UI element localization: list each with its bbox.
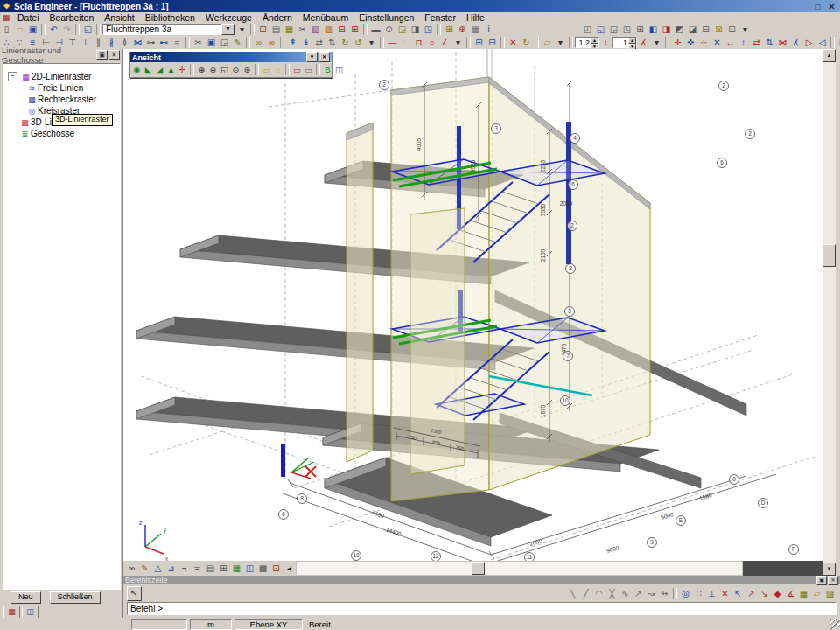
section-display-icon[interactable]: ¬: [178, 563, 191, 574]
workplane-cell[interactable]: Ebene XY: [234, 619, 303, 630]
tab-raster-icon[interactable]: ▦: [4, 606, 20, 619]
combo-more-icon[interactable]: ▾: [235, 24, 248, 35]
open-icon[interactable]: ▱: [13, 24, 26, 35]
endpoint-snap-icon[interactable]: ↖: [732, 588, 745, 599]
undo-icon[interactable]: ↶: [47, 24, 60, 35]
menu-datei[interactable]: Datei: [12, 12, 45, 23]
split-beam-icon[interactable]: ⊹: [697, 37, 710, 48]
ansicht-icons[interactable]: ◉◣◢▲✛⊕⊖◱⊙⊛▱☼▭▭B◫: [130, 62, 332, 76]
scale-apply-icon[interactable]: ↕: [599, 37, 612, 48]
move-node-icon[interactable]: ✛: [671, 37, 684, 48]
clipping-box-icon[interactable]: ▱: [261, 64, 272, 75]
search-icon[interactable]: ∞: [252, 37, 265, 48]
axes-icon[interactable]: ✛: [177, 64, 188, 75]
cut-icon[interactable]: ✂: [192, 37, 205, 48]
spinner-arrows[interactable]: ▲▼: [628, 38, 636, 47]
view-right-icon[interactable]: ◩: [673, 24, 686, 35]
paste-geometry-icon[interactable]: ⊟: [486, 37, 499, 48]
disconnect-icon[interactable]: ↔: [724, 37, 737, 48]
info-icon[interactable]: i: [482, 24, 495, 35]
tree-item-freie-linien[interactable]: ≋ Freie Linien: [4, 82, 120, 94]
render-window-icon[interactable]: ◫: [333, 64, 345, 75]
midpoint-snap-icon[interactable]: ↗: [745, 588, 758, 599]
render-b-icon[interactable]: B: [322, 64, 333, 75]
ansicht-floating-toolbar[interactable]: Ansicht ▼ ✕ ◉◣◢▲✛⊕⊖◱⊙⊛▱☼▭▭B◫: [130, 52, 332, 78]
chevron-down-icon[interactable]: ▼: [306, 52, 318, 62]
combobox-dropdown-icon[interactable]: ▼: [221, 24, 234, 35]
window-controls[interactable]: _□✕: [797, 1, 838, 12]
snap-more-icon[interactable]: ▨: [823, 588, 836, 599]
raster-display-icon[interactable]: ▦: [230, 563, 243, 574]
draw-more-icon[interactable]: ▾: [452, 37, 465, 48]
file-tool-group[interactable]: ▯▱▣↶↷◱: [0, 24, 102, 35]
break-icon[interactable]: ⇅: [763, 37, 776, 48]
menu-menuebaum[interactable]: Menübaum: [298, 12, 354, 23]
regen-icon[interactable]: ↻: [520, 37, 533, 48]
picture-gallery-icon[interactable]: ▦: [283, 24, 296, 35]
copy-geometry-icon[interactable]: ⊞: [472, 37, 486, 48]
layout-icon[interactable]: ⊞: [348, 24, 361, 35]
load-display-icon[interactable]: ≍: [191, 563, 204, 574]
view-settings-icon[interactable]: ▭: [291, 64, 303, 75]
snap-settings-icon[interactable]: ▱: [810, 588, 823, 599]
view-param-toolbar[interactable]: ∞✎△⊿¬≍▤⊞▦◫▩⊡◂: [123, 563, 296, 574]
horizontal-scrollbar-thumb[interactable]: [472, 562, 485, 575]
copy-icon[interactable]: ▣: [205, 37, 218, 48]
named-view-4-icon[interactable]: ◳: [620, 24, 634, 35]
paste-icon[interactable]: ◲: [218, 37, 231, 48]
stretch-icon[interactable]: ◁: [816, 37, 829, 48]
view-z-icon[interactable]: ◢: [154, 64, 165, 75]
menu-items[interactable]: DateiBearbeitenAnsichtBibliothekenWerkze…: [12, 12, 490, 23]
named-view-2-icon[interactable]: ◱: [594, 24, 607, 35]
save-icon[interactable]: ▣: [26, 24, 39, 35]
mirror-icon[interactable]: ∡: [789, 37, 802, 48]
view-top-icon[interactable]: ◪: [686, 24, 699, 35]
open-drawing-icon[interactable]: ▱: [541, 37, 554, 48]
surface-display-icon[interactable]: △: [151, 563, 164, 574]
menu-hilfe[interactable]: Hilfe: [461, 12, 490, 23]
new-project-icon[interactable]: ▯: [0, 24, 13, 35]
menu-aendern[interactable]: Ändern: [257, 12, 298, 23]
spinner-arrows[interactable]: ▲▼: [591, 38, 598, 47]
zoom-all-icon[interactable]: ⊙: [230, 64, 242, 75]
schliessen-button[interactable]: Schließen: [50, 592, 101, 604]
sel-clipboard-icon[interactable]: ⋈: [131, 37, 144, 48]
join-icon[interactable]: ⋈: [776, 37, 789, 48]
cursor-tool-icon[interactable]: ↖: [127, 586, 142, 601]
annotation-icon[interactable]: ✎: [138, 563, 151, 574]
minimize-button[interactable]: _: [797, 1, 810, 12]
save-view-icon[interactable]: ▣: [836, 37, 840, 48]
rotate-node-icon[interactable]: ▷: [802, 37, 816, 48]
neu-button[interactable]: Neu: [10, 592, 41, 604]
view-copy-icon[interactable]: ▭: [303, 64, 314, 75]
chain-mode-icon[interactable]: ↬: [658, 588, 671, 599]
coord-more-icon[interactable]: ▾: [650, 37, 663, 48]
menu-ansicht[interactable]: Ansicht: [99, 12, 139, 23]
spline-mode-icon[interactable]: ∿: [619, 588, 632, 599]
line-grid-snap-icon[interactable]: ⊥: [705, 588, 718, 599]
unit-cell[interactable]: m: [190, 619, 232, 630]
render-mode-icon[interactable]: ∞: [125, 563, 138, 574]
document-export-icon[interactable]: ◨: [409, 24, 422, 35]
view-bottom-icon[interactable]: ⊟: [699, 24, 712, 35]
trim-icon[interactable]: ↕: [737, 37, 750, 48]
format-brush-icon[interactable]: ✎: [231, 37, 244, 48]
line-mode-2-icon[interactable]: ╱: [579, 588, 592, 599]
horizontal-scrollbar[interactable]: [296, 561, 743, 576]
menu-bearbeiten[interactable]: Bearbeiten: [45, 12, 100, 23]
image-export-icon[interactable]: ◲: [396, 24, 409, 35]
intersection-snap-icon[interactable]: ✕: [718, 588, 732, 599]
tree-item-geschosse[interactable]: ≣ Geschosse: [4, 128, 120, 139]
draw-line-icon[interactable]: —: [386, 37, 399, 48]
3d-model-scene[interactable]: 2250 3030 2150 1870 2030 4470 4005 3025 …: [123, 49, 823, 561]
draw-angle-icon[interactable]: ∠: [438, 37, 452, 48]
view-axo-icon[interactable]: ⊠: [712, 24, 725, 35]
menu-werkzeuge[interactable]: Werkzeuge: [200, 12, 257, 23]
close-icon[interactable]: ✕: [108, 50, 120, 60]
tab-window-icon[interactable]: ◫: [22, 606, 38, 619]
tree-item-2d-linienraster[interactable]: − ▦ 2D-Linienraster: [4, 71, 120, 82]
resize-grip[interactable]: [830, 619, 840, 629]
light-icon[interactable]: ☼: [272, 64, 284, 75]
menu-fenster[interactable]: Fenster: [419, 12, 461, 23]
zoom-selection-icon[interactable]: ⊛: [242, 64, 253, 75]
